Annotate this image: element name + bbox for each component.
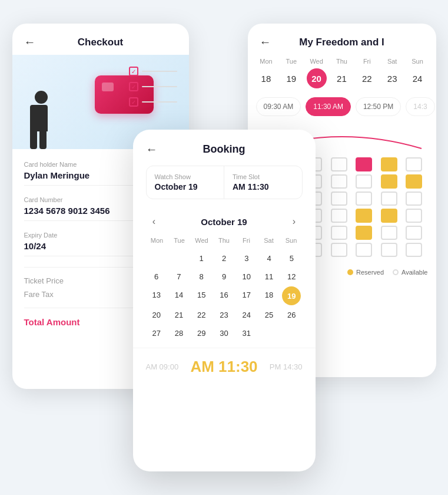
checklist-item-1: ✓ — [129, 67, 177, 76]
seat-r6c4[interactable] — [331, 243, 347, 257]
booking-watch-show-cell: Watch Show October 19 — [147, 166, 225, 199]
day-wed[interactable]: Wed 20 — [306, 58, 327, 88]
seat-r1c6[interactable] — [381, 157, 397, 171]
booking-watch-show-value: October 19 — [155, 182, 216, 192]
cal-day-29[interactable]: 29 — [191, 325, 212, 342]
checklist: ✓ ✓ ✓ — [129, 67, 177, 107]
seat-r2c6[interactable] — [381, 174, 397, 189]
day-name-fri: Fri — [363, 58, 371, 65]
seat-r6c5[interactable] — [356, 243, 372, 257]
cal-day-10[interactable]: 10 — [236, 268, 257, 285]
seat-r6c7[interactable] — [406, 243, 422, 257]
cal-day-26[interactable]: 26 — [281, 306, 302, 324]
cal-day-21[interactable]: 21 — [168, 306, 190, 324]
cal-day-1[interactable]: 1 — [191, 250, 212, 267]
cal-day-2[interactable]: 2 — [213, 250, 234, 267]
calendar-days: 1 2 3 4 5 6 7 8 9 10 11 12 13 14 15 16 1… — [146, 250, 303, 342]
checkout-header: ← Checkout — [12, 24, 189, 49]
time-slot-1250[interactable]: 12:50 PM — [356, 97, 401, 116]
legend-dot-available — [393, 269, 399, 275]
person-legs — [30, 131, 48, 149]
day-mon[interactable]: Mon 18 — [255, 58, 277, 88]
booking-time-slot-label: Time Slot — [233, 173, 294, 180]
day-sun[interactable]: Sun 24 — [407, 58, 428, 88]
booking-title: Booking — [158, 143, 291, 156]
check-line-1 — [142, 71, 177, 72]
cal-day-6[interactable]: 6 — [146, 268, 167, 285]
cal-day-28[interactable]: 28 — [168, 325, 190, 342]
cal-day-23[interactable]: 23 — [213, 306, 234, 324]
fare-tax-label: Fare Tax — [24, 290, 54, 299]
booking-back-button[interactable]: ← — [146, 143, 158, 156]
cal-day-19-active[interactable]: 19 — [282, 286, 301, 305]
total-label: Total Amount — [24, 317, 80, 327]
cal-day-15[interactable]: 15 — [191, 286, 212, 305]
seat-r3c7[interactable] — [406, 192, 422, 206]
time-right: PM 14:30 — [270, 362, 303, 371]
seat-r2c4[interactable] — [331, 174, 347, 189]
calendar-next-button[interactable]: › — [286, 213, 303, 230]
cal-day-20[interactable]: 20 — [146, 306, 167, 324]
seat-r4c5[interactable] — [356, 209, 372, 223]
cal-day-3[interactable]: 3 — [236, 250, 257, 267]
day-name-mon: Mon — [260, 58, 272, 65]
check-line-2 — [142, 86, 177, 87]
cal-day-31[interactable]: 31 — [236, 325, 257, 342]
cal-day-30[interactable]: 30 — [213, 325, 234, 342]
cal-day-16[interactable]: 16 — [213, 286, 234, 305]
cal-header-mon: Mon — [146, 235, 168, 246]
cal-day-9[interactable]: 9 — [213, 268, 234, 285]
day-sat[interactable]: Sat 23 — [381, 58, 403, 88]
seat-r2c5[interactable] — [356, 174, 372, 189]
calendar-prev-button[interactable]: ‹ — [146, 213, 162, 230]
time-slot-1130[interactable]: 11:30 AM — [306, 97, 351, 116]
cal-header-wed: Wed — [191, 235, 213, 246]
cal-day-5[interactable]: 5 — [281, 250, 302, 267]
seat-r5c4[interactable] — [331, 226, 347, 240]
seat-r1c4[interactable] — [331, 157, 347, 171]
day-name-wed: Wed — [310, 58, 323, 65]
seat-r3c6[interactable] — [381, 192, 397, 206]
seat-r2c7[interactable] — [406, 174, 422, 189]
cal-day-27[interactable]: 27 — [146, 325, 167, 342]
time-slot-1430[interactable]: 14:3 — [406, 97, 434, 116]
seat-r5c5[interactable] — [356, 226, 372, 240]
cal-day-25[interactable]: 25 — [258, 306, 280, 324]
seat-r6c6[interactable] — [381, 243, 397, 257]
cal-day-24[interactable]: 24 — [236, 306, 257, 324]
cal-day-18[interactable]: 18 — [258, 286, 280, 305]
cal-day-22[interactable]: 22 — [191, 306, 212, 324]
cal-day-13[interactable]: 13 — [146, 286, 167, 305]
person-body — [30, 105, 48, 131]
day-name-sat: Sat — [387, 58, 397, 65]
seat-r1c7[interactable] — [406, 157, 422, 171]
cal-day-11[interactable]: 11 — [258, 268, 280, 285]
cal-day-14[interactable]: 14 — [168, 286, 190, 305]
time-slot-0930[interactable]: 09:30 AM — [256, 97, 301, 116]
day-num-fri: 22 — [357, 68, 377, 88]
day-tue[interactable]: Tue 19 — [281, 58, 302, 88]
cal-day-12[interactable]: 12 — [281, 268, 302, 285]
seat-r5c7[interactable] — [406, 226, 422, 240]
seat-r1c5[interactable] — [356, 157, 372, 171]
seat-r3c4[interactable] — [331, 192, 347, 206]
person-leg-left — [30, 131, 37, 149]
cal-day-8[interactable]: 8 — [191, 268, 212, 285]
booking-time-slot-cell: Time Slot AM 11:30 — [224, 166, 302, 199]
seat-r5c6[interactable] — [381, 226, 397, 240]
seat-r4c4[interactable] — [331, 209, 347, 223]
day-thu[interactable]: Thu 21 — [331, 58, 352, 88]
cal-day-4[interactable]: 4 — [258, 250, 280, 267]
time-center[interactable]: AM 11:30 — [190, 358, 257, 376]
schedule-back-button[interactable]: ← — [260, 35, 271, 49]
cal-day-17[interactable]: 17 — [236, 286, 257, 305]
cal-day-7[interactable]: 7 — [168, 268, 190, 285]
day-fri[interactable]: Fri 22 — [356, 58, 377, 88]
seat-r4c7[interactable] — [406, 209, 422, 223]
checkout-back-button[interactable]: ← — [24, 35, 36, 49]
booking-card: ← Booking Watch Show October 19 Time Slo… — [133, 130, 316, 471]
day-num-mon: 18 — [256, 68, 276, 88]
checklist-item-3: ✓ — [129, 97, 177, 107]
seat-r4c6[interactable] — [381, 209, 397, 223]
seat-r3c5[interactable] — [356, 192, 372, 206]
